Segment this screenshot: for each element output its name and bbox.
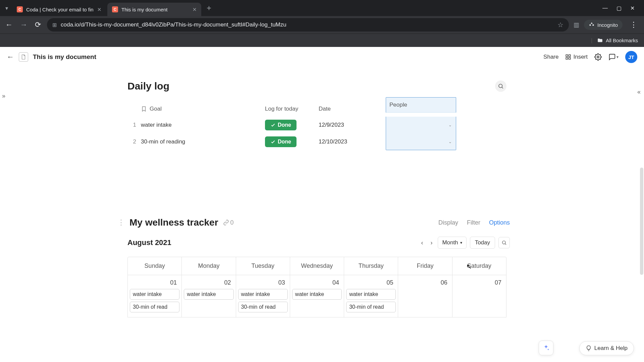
tracker-tabs: Display Filter Options bbox=[438, 219, 510, 226]
calendar-event[interactable]: water intake bbox=[184, 289, 233, 300]
close-window-icon[interactable]: ✕ bbox=[630, 5, 635, 11]
log-cell[interactable]: Done bbox=[265, 120, 319, 130]
link-count-value: 0 bbox=[230, 219, 234, 226]
prev-month-button[interactable]: ‹ bbox=[419, 238, 425, 248]
calendar-day[interactable]: 05 water intake 30-min of read bbox=[344, 275, 398, 317]
column-log[interactable]: Log for today bbox=[265, 106, 319, 112]
bookmark-icon bbox=[141, 106, 147, 112]
table-row[interactable]: 2 30-min of reading Done 12/10/2023 ⌄ bbox=[127, 133, 510, 150]
calendar-event[interactable]: 30-min of read bbox=[346, 302, 396, 312]
gear-icon bbox=[594, 53, 602, 61]
link-count[interactable]: 0 bbox=[223, 219, 234, 226]
log-cell[interactable]: Done bbox=[265, 136, 319, 147]
forward-icon[interactable]: → bbox=[19, 19, 29, 31]
back-icon[interactable]: ← bbox=[4, 19, 14, 31]
new-tab-button[interactable]: + bbox=[203, 3, 215, 13]
browser-tab-2[interactable]: C This is my document × bbox=[107, 3, 201, 16]
reload-icon[interactable]: ⟳ bbox=[34, 19, 42, 31]
bookmarks-bar: | All Bookmarks bbox=[0, 34, 644, 47]
comments-button[interactable]: ▾ bbox=[608, 53, 619, 61]
browser-tab-1[interactable]: C Coda | Check your email to fin × bbox=[12, 3, 106, 16]
calendar-day[interactable]: 03 water intake 30-min of read bbox=[236, 275, 290, 317]
weekday-header: Friday bbox=[398, 257, 452, 275]
day-number: 07 bbox=[454, 278, 504, 289]
header-actions: Share Insert ▾ JT bbox=[543, 51, 637, 63]
search-button[interactable] bbox=[495, 80, 506, 92]
view-dropdown[interactable]: Month ▾ bbox=[438, 237, 466, 249]
chevron-down-icon: ⌄ bbox=[448, 139, 452, 144]
calendar-event[interactable]: water intake bbox=[292, 289, 342, 300]
calendar-event[interactable]: water intake bbox=[130, 289, 179, 300]
side-panel-icon[interactable]: ▥ bbox=[574, 21, 579, 28]
goal-label: Goal bbox=[150, 106, 162, 112]
done-button[interactable]: Done bbox=[265, 120, 297, 130]
daily-log-title: Daily log bbox=[127, 80, 169, 92]
calendar-day[interactable]: 06 bbox=[398, 275, 452, 317]
goal-cell[interactable]: 30-min of reading bbox=[141, 138, 265, 145]
insert-button[interactable]: Insert bbox=[565, 54, 588, 60]
document-title[interactable]: This is my document bbox=[33, 53, 96, 61]
next-month-button[interactable]: › bbox=[428, 238, 434, 248]
tab-filter[interactable]: Filter bbox=[467, 219, 480, 226]
day-number: 06 bbox=[400, 278, 450, 289]
date-cell[interactable]: 12/9/2023 bbox=[319, 122, 386, 128]
date-cell[interactable]: 12/10/2023 bbox=[319, 138, 386, 145]
tab-display[interactable]: Display bbox=[438, 219, 458, 226]
learn-help-button[interactable]: Learn & Help bbox=[579, 341, 634, 355]
done-button[interactable]: Done bbox=[265, 136, 297, 147]
settings-button[interactable] bbox=[594, 53, 602, 61]
incognito-chip[interactable]: Incognito bbox=[584, 20, 623, 30]
people-cell[interactable]: ⌄ bbox=[386, 133, 456, 150]
avatar[interactable]: JT bbox=[625, 51, 637, 63]
calendar-search-button[interactable] bbox=[498, 237, 510, 248]
today-button[interactable]: Today bbox=[470, 237, 495, 249]
svg-point-6 bbox=[502, 241, 505, 244]
close-icon[interactable]: × bbox=[193, 6, 197, 13]
browser-chrome: ▾ C Coda | Check your email to fin × C T… bbox=[0, 0, 644, 47]
calendar-event[interactable]: water intake bbox=[346, 289, 396, 300]
column-date[interactable]: Date bbox=[319, 106, 386, 112]
back-button[interactable]: ← bbox=[7, 53, 14, 61]
people-cell[interactable]: ⌄ bbox=[386, 117, 456, 133]
close-icon[interactable]: × bbox=[97, 6, 101, 13]
calendar-day[interactable]: 07 bbox=[452, 275, 506, 317]
done-label: Done bbox=[278, 139, 291, 145]
calendar-day[interactable]: 02 water intake bbox=[182, 275, 236, 317]
maximize-icon[interactable]: ▢ bbox=[616, 5, 622, 11]
folder-icon bbox=[597, 38, 603, 44]
tab-bar: ▾ C Coda | Check your email to fin × C T… bbox=[0, 0, 644, 16]
svg-rect-3 bbox=[569, 58, 571, 59]
drag-handle-icon[interactable]: ⋮ bbox=[117, 218, 125, 227]
ai-assist-button[interactable] bbox=[539, 341, 553, 355]
tabs-dropdown-icon[interactable]: ▾ bbox=[3, 3, 11, 13]
minimize-icon[interactable]: — bbox=[602, 5, 608, 11]
all-bookmarks-button[interactable]: All Bookmarks bbox=[597, 38, 638, 44]
calendar-day[interactable]: 01 water intake 30-min of read bbox=[128, 275, 182, 317]
main-content: Daily log Goal Log for today Date People… bbox=[0, 67, 644, 317]
table-row[interactable]: 1 water intake Done 12/9/2023 ⌄ bbox=[127, 117, 510, 133]
comment-icon bbox=[608, 53, 616, 61]
calendar-event[interactable]: 30-min of read bbox=[238, 302, 288, 312]
wellness-tracker-section: ⋮ My wellness tracker 0 Display Filter O… bbox=[127, 217, 510, 317]
bookmark-star-icon[interactable]: ☆ bbox=[557, 21, 564, 29]
calendar-event[interactable]: water intake bbox=[238, 289, 288, 300]
document-icon[interactable] bbox=[19, 52, 28, 62]
calendar-day[interactable]: 04 water intake bbox=[290, 275, 344, 317]
share-button[interactable]: Share bbox=[543, 54, 558, 60]
day-number: 02 bbox=[184, 278, 233, 289]
goal-cell[interactable]: water intake bbox=[141, 122, 265, 128]
site-info-icon[interactable]: ⊞ bbox=[52, 22, 57, 28]
tab-options[interactable]: Options bbox=[489, 219, 510, 226]
insert-label: Insert bbox=[573, 54, 588, 60]
calendar-grid: Sunday Monday Tuesday Wednesday Thursday… bbox=[127, 257, 506, 317]
chevron-down-icon: ⌄ bbox=[448, 123, 452, 127]
favicon-icon: C bbox=[112, 6, 118, 12]
column-people[interactable]: People bbox=[386, 97, 456, 113]
weekday-header: Wednesday bbox=[290, 257, 344, 275]
column-goal[interactable]: Goal bbox=[141, 106, 265, 112]
kebab-menu-icon[interactable]: ⋮ bbox=[627, 20, 640, 29]
scrollbar[interactable] bbox=[640, 168, 643, 275]
check-icon bbox=[270, 122, 276, 128]
calendar-event[interactable]: 30-min of read bbox=[130, 302, 179, 312]
url-input[interactable]: ⊞ coda.io/d/This-is-my-document_d84lv0Zi… bbox=[47, 18, 569, 32]
